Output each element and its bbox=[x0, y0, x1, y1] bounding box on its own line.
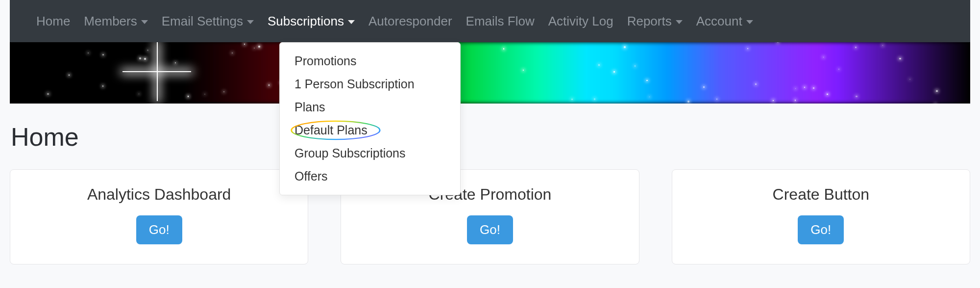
dropdown-item-promotions[interactable]: Promotions bbox=[280, 50, 460, 73]
card-title: Create Button bbox=[682, 185, 960, 204]
dropdown-item-group-subscriptions[interactable]: Group Subscriptions bbox=[280, 142, 460, 165]
nav-item-label: Autoresponder bbox=[368, 14, 452, 29]
svg-point-0 bbox=[292, 121, 380, 139]
card-analytics-dashboard: Analytics DashboardGo! bbox=[10, 169, 308, 264]
chevron-down-icon bbox=[348, 20, 355, 24]
card-title: Analytics Dashboard bbox=[20, 185, 298, 204]
go-button[interactable]: Go! bbox=[136, 215, 182, 244]
dropdown-item-offers[interactable]: Offers bbox=[280, 165, 460, 188]
highlight-ellipse bbox=[290, 120, 382, 141]
nav-item-label: Home bbox=[36, 14, 70, 29]
page-title: Home bbox=[11, 122, 970, 152]
hero-banner bbox=[10, 42, 970, 104]
nav-item-label: Members bbox=[84, 14, 137, 29]
nav-item-reports[interactable]: Reports bbox=[620, 14, 689, 29]
go-button[interactable]: Go! bbox=[467, 215, 513, 244]
nav-item-label: Account bbox=[696, 14, 742, 29]
nav-item-subscriptions[interactable]: Subscriptions bbox=[261, 14, 362, 29]
navbar: HomeMembersEmail SettingsSubscriptionsAu… bbox=[10, 0, 970, 42]
nav-item-account[interactable]: Account bbox=[689, 14, 760, 29]
chevron-down-icon bbox=[746, 20, 753, 24]
dropdown-item-plans[interactable]: Plans bbox=[280, 96, 460, 119]
nav-item-email-settings[interactable]: Email Settings bbox=[155, 14, 261, 29]
dropdown-item-1-person-subscription[interactable]: 1 Person Subscription bbox=[280, 73, 460, 96]
card-create-button: Create ButtonGo! bbox=[672, 169, 970, 264]
cards-row: Analytics DashboardGo!Create PromotionGo… bbox=[10, 169, 970, 264]
nav-item-home[interactable]: Home bbox=[29, 14, 77, 29]
chevron-down-icon bbox=[676, 20, 683, 24]
go-button[interactable]: Go! bbox=[798, 215, 844, 244]
nav-item-label: Subscriptions bbox=[268, 14, 344, 29]
nav-item-members[interactable]: Members bbox=[77, 14, 154, 29]
nav-item-label: Email Settings bbox=[162, 14, 243, 29]
dropdown-item-default-plans[interactable]: Default Plans bbox=[280, 119, 460, 142]
chevron-down-icon bbox=[141, 20, 148, 24]
chevron-down-icon bbox=[247, 20, 254, 24]
nav-item-activity-log[interactable]: Activity Log bbox=[541, 14, 620, 29]
nav-item-autoresponder[interactable]: Autoresponder bbox=[362, 14, 459, 29]
nav-item-label: Activity Log bbox=[548, 14, 613, 29]
nav-item-label: Emails Flow bbox=[466, 14, 535, 29]
nav-item-emails-flow[interactable]: Emails Flow bbox=[459, 14, 541, 29]
nav-item-label: Reports bbox=[627, 14, 672, 29]
subscriptions-dropdown: Promotions1 Person SubscriptionPlansDefa… bbox=[279, 42, 461, 195]
